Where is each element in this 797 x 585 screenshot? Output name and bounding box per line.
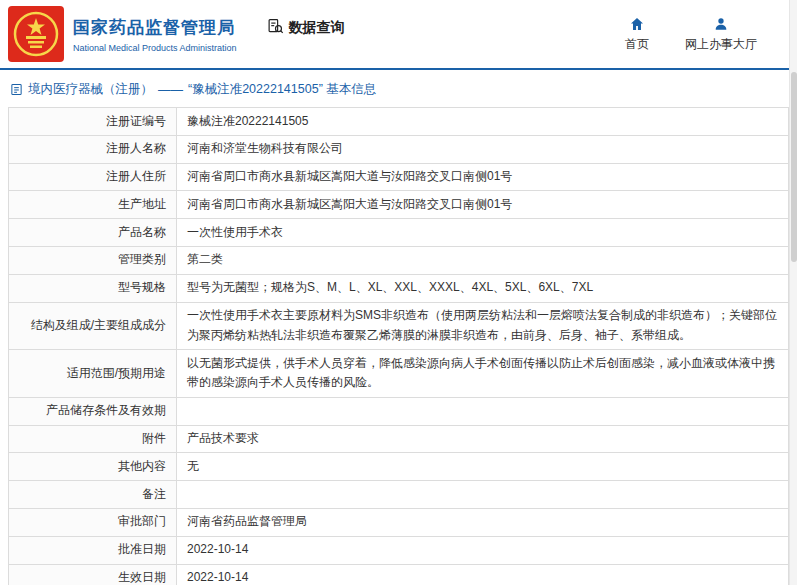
data-query-icon (267, 18, 284, 38)
brand: 国家药品监督管理局 National Medical Products Admi… (8, 6, 237, 62)
row-label: 备注 (9, 481, 177, 509)
row-value (177, 397, 789, 425)
table-row: 产品储存条件及有效期 (9, 397, 789, 425)
table-row: 其他内容 无 (9, 453, 789, 481)
row-label: 批准日期 (9, 536, 177, 564)
nav-home-label: 首页 (625, 36, 649, 53)
header-nav: 首页 网上办事大厅 (625, 16, 757, 53)
row-label: 结构及组成/主要组成成分 (9, 302, 177, 350)
row-label: 型号规格 (9, 274, 177, 302)
table-row: 生效日期 2022-10-14 (9, 564, 789, 585)
table-row: 批准日期 2022-10-14 (9, 536, 789, 564)
breadcrumb-section[interactable]: 境内医疗器械（注册） (28, 81, 153, 98)
nmpa-emblem-logo (8, 6, 64, 62)
row-label: 注册证编号 (9, 108, 177, 136)
document-icon (10, 83, 23, 96)
row-value: 产品技术要求 (177, 425, 789, 453)
scrollbar[interactable] (789, 0, 797, 585)
row-label: 适用范围/预期用途 (9, 350, 177, 398)
row-label: 生产地址 (9, 191, 177, 219)
breadcrumb: 境内医疗器械（注册） —— “豫械注准20222141505” 基本信息 (0, 70, 797, 107)
row-value (177, 481, 789, 509)
brand-text: 国家药品监督管理局 National Medical Products Admi… (73, 16, 237, 53)
site-header: 国家药品监督管理局 National Medical Products Admi… (0, 0, 797, 70)
row-label: 附件 (9, 425, 177, 453)
row-value: 以无菌形式提供，供手术人员穿着，降低感染源向病人手术创面传播以防止术后创面感染，… (177, 350, 789, 398)
row-value: 第二类 (177, 246, 789, 274)
table-row: 结构及组成/主要组成成分 一次性使用手术衣主要原材料为SMS非织造布（使用两层纺… (9, 302, 789, 350)
row-label: 管理类别 (9, 246, 177, 274)
row-value: 河南和济堂生物科技有限公司 (177, 135, 789, 163)
row-label: 生效日期 (9, 564, 177, 585)
nav-home[interactable]: 首页 (625, 16, 649, 53)
row-value: 河南省药品监督管理局 (177, 508, 789, 536)
breadcrumb-current: “豫械注准20222141505” 基本信息 (188, 81, 376, 98)
row-label: 产品储存条件及有效期 (9, 397, 177, 425)
row-label: 审批部门 (9, 508, 177, 536)
table-row: 注册人住所 河南省周口市商水县新城区嵩阳大道与汝阳路交叉口南侧01号 (9, 163, 789, 191)
nav-data-query[interactable]: 数据查询 (267, 18, 345, 38)
nav-service-hall-label: 网上办事大厅 (685, 36, 757, 53)
table-row: 注册人名称 河南和济堂生物科技有限公司 (9, 135, 789, 163)
row-value: 河南省周口市商水县新城区嵩阳大道与汝阳路交叉口南侧01号 (177, 163, 789, 191)
row-value: 豫械注准20222141505 (177, 108, 789, 136)
table-row: 产品名称 一次性使用手术衣 (9, 219, 789, 247)
home-icon (629, 16, 645, 32)
nav-service-hall[interactable]: 网上办事大厅 (685, 16, 757, 53)
table-row: 管理类别 第二类 (9, 246, 789, 274)
row-value: 一次性使用手术衣 (177, 219, 789, 247)
row-value: 无 (177, 453, 789, 481)
row-value: 2022-10-14 (177, 564, 789, 585)
row-label: 注册人住所 (9, 163, 177, 191)
data-query-label: 数据查询 (289, 19, 345, 37)
table-row: 注册证编号 豫械注准20222141505 (9, 108, 789, 136)
scrollbar-thumb[interactable] (791, 72, 797, 262)
row-value: 河南省周口市商水县新城区嵩阳大道与汝阳路交叉口南侧01号 (177, 191, 789, 219)
org-name-cn: 国家药品监督管理局 (73, 16, 237, 39)
table-row: 型号规格 型号为无菌型；规格为S、M、L、XL、XXL、XXXL、4XL、5XL… (9, 274, 789, 302)
table-row: 适用范围/预期用途 以无菌形式提供，供手术人员穿着，降低感染源向病人手术创面传播… (9, 350, 789, 398)
table-row: 生产地址 河南省周口市商水县新城区嵩阳大道与汝阳路交叉口南侧01号 (9, 191, 789, 219)
breadcrumb-separator: —— (158, 83, 183, 97)
row-label: 其他内容 (9, 453, 177, 481)
row-value: 型号为无菌型；规格为S、M、L、XL、XXL、XXXL、4XL、5XL、6XL、… (177, 274, 789, 302)
row-value: 一次性使用手术衣主要原材料为SMS非织造布（使用两层纺粘法和一层熔喷法复合制成的… (177, 302, 789, 350)
row-value: 2022-10-14 (177, 536, 789, 564)
row-label: 注册人名称 (9, 135, 177, 163)
registration-info-table: 注册证编号 豫械注准20222141505 注册人名称 河南和济堂生物科技有限公… (8, 107, 789, 585)
table-row: 备注 (9, 481, 789, 509)
user-icon (713, 16, 729, 32)
org-name-en: National Medical Products Administration (73, 43, 237, 53)
row-label: 产品名称 (9, 219, 177, 247)
table-row: 审批部门 河南省药品监督管理局 (9, 508, 789, 536)
table-row: 附件 产品技术要求 (9, 425, 789, 453)
